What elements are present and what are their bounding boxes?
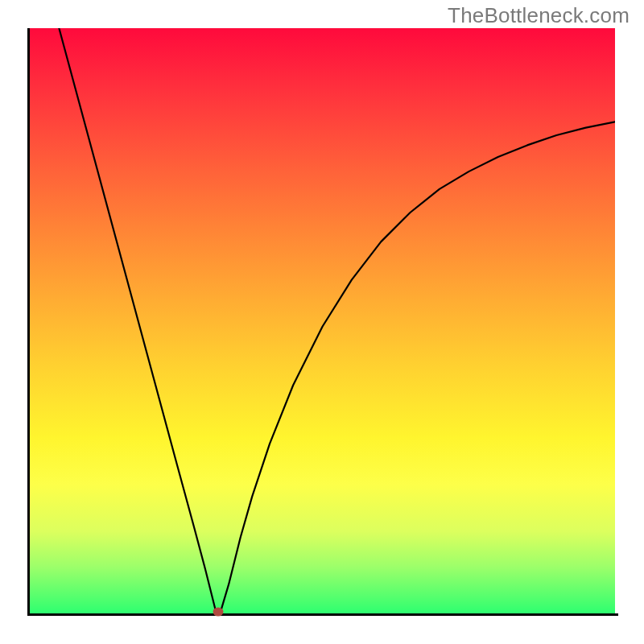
x-axis	[27, 613, 618, 616]
bottleneck-curve	[30, 28, 615, 613]
y-axis	[27, 28, 30, 616]
chart-container: TheBottleneck.com	[0, 0, 644, 644]
minimum-marker	[213, 607, 224, 616]
watermark-text: TheBottleneck.com	[448, 3, 630, 28]
